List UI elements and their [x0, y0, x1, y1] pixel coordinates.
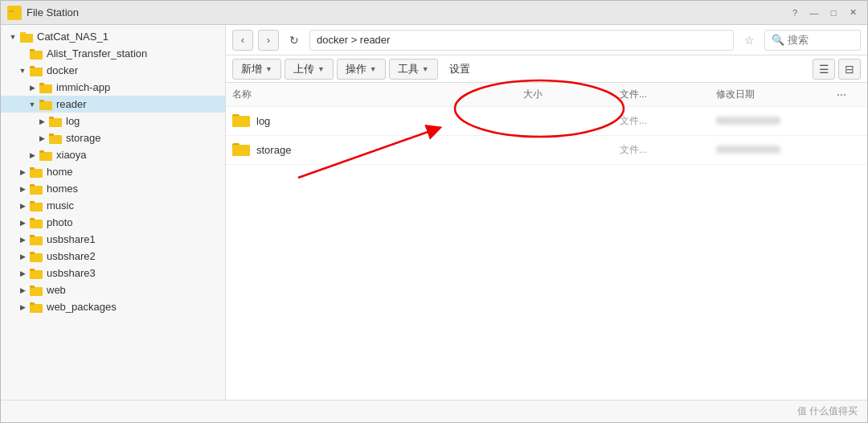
svg-rect-9 [30, 66, 35, 68]
svg-rect-21 [30, 167, 35, 170]
sidebar-arrow-icon: ▶ [27, 82, 38, 93]
settings-button[interactable]: 设置 [441, 59, 478, 80]
svg-rect-27 [30, 218, 35, 220]
list-view-button[interactable]: ☰ [813, 59, 835, 80]
file-folder-icon [232, 113, 250, 129]
upload-button[interactable]: 上传 ▼ [285, 59, 334, 80]
svg-rect-13 [39, 100, 44, 102]
sidebar-item[interactable]: ▶ usbshare1 [1, 231, 225, 248]
sidebar-folder-icon [30, 302, 43, 313]
sidebar-item[interactable]: ▼ reader [1, 96, 225, 113]
sidebar-item[interactable]: ▶ music [1, 197, 225, 214]
favorite-button[interactable]: ☆ [739, 30, 760, 51]
sidebar-item-label: web_packages [47, 301, 225, 313]
file-name-text: log [256, 115, 270, 127]
actions-button[interactable]: 操作 ▼ [337, 59, 386, 80]
svg-rect-22 [30, 186, 43, 195]
sidebar-item[interactable]: ▶ usbshare3 [1, 265, 225, 281]
col-name[interactable]: 名称 [232, 88, 523, 101]
column-view-button[interactable]: ⊟ [838, 59, 861, 80]
bottom-bar: 值 什么值得买 [1, 400, 867, 422]
sidebar-item[interactable]: ▶ usbshare2 [1, 248, 225, 265]
svg-rect-36 [30, 304, 43, 313]
tools-button[interactable]: 工具 ▼ [389, 59, 438, 80]
svg-rect-5 [20, 34, 33, 43]
back-button[interactable]: ‹ [232, 30, 253, 51]
sidebar-arrow-icon: ▼ [27, 99, 38, 110]
sidebar-item-label: reader [56, 98, 225, 110]
minimize-button[interactable]: — [806, 5, 822, 21]
sidebar-item-label: Alist_Transfer_station [47, 47, 225, 60]
sidebar-item[interactable]: ▼ docker [1, 62, 225, 79]
file-modified-cell [716, 116, 837, 127]
sidebar-arrow-icon: ▼ [17, 65, 28, 76]
file-list-area: 名称 大小 文件... 修改日期 ⋯ log文件... storage文件... [226, 83, 867, 400]
sidebar-item[interactable]: ▶ log [1, 113, 225, 129]
forward-button[interactable]: › [258, 30, 279, 51]
svg-rect-10 [39, 84, 52, 93]
root-arrow: ▼ [7, 31, 18, 43]
help-button[interactable]: ? [787, 5, 803, 21]
sidebar-arrow-icon: ▶ [17, 183, 28, 195]
sidebar-item[interactable]: ▶ immich-app [1, 79, 225, 96]
sidebar-item[interactable]: ▶ photo [1, 214, 225, 231]
sidebar-items: Alist_Transfer_station▼ docker▶ immich-a… [1, 45, 225, 315]
col-type[interactable]: 文件... [620, 88, 716, 101]
svg-rect-32 [30, 270, 43, 279]
sidebar-arrow-icon: ▶ [17, 217, 28, 228]
svg-rect-19 [39, 150, 44, 153]
sidebar-folder-icon [49, 116, 62, 127]
sidebar-item-label: web [47, 284, 225, 296]
watermark: 值 什么值得买 [797, 405, 858, 418]
sidebar-item[interactable]: Alist_Transfer_station [1, 45, 225, 62]
table-row[interactable]: storage文件... [226, 136, 867, 165]
svg-rect-6 [30, 51, 43, 60]
sidebar-arrow-icon: ▶ [27, 150, 38, 161]
search-input[interactable] [788, 34, 852, 46]
svg-rect-8 [30, 68, 43, 76]
sidebar-arrow-icon: ▶ [17, 285, 28, 296]
app-icon [7, 6, 22, 20]
sidebar-arrow-icon: ▶ [36, 133, 47, 144]
sidebar-arrow-icon: ▶ [17, 234, 28, 245]
svg-rect-35 [30, 285, 35, 288]
svg-rect-31 [30, 252, 35, 254]
col-more[interactable]: ⋯ [837, 89, 861, 101]
sidebar-arrow-icon: ▶ [17, 200, 28, 212]
sidebar-item[interactable]: ▶ web [1, 281, 225, 298]
sidebar-folder-icon [30, 166, 43, 178]
svg-rect-20 [30, 169, 43, 178]
sidebar-folder-icon [30, 183, 43, 195]
new-button[interactable]: 新增 ▼ [232, 59, 281, 80]
col-size[interactable]: 大小 [523, 88, 620, 101]
svg-rect-12 [39, 101, 52, 110]
sidebar-item[interactable]: ▶ homes [1, 180, 225, 197]
svg-rect-11 [39, 83, 44, 85]
sidebar-item[interactable]: ▶ home [1, 163, 225, 180]
table-row[interactable]: log文件... [226, 107, 867, 136]
breadcrumb-text: docker > reader [317, 34, 390, 46]
maximize-button[interactable]: □ [825, 5, 841, 21]
col-modified[interactable]: 修改日期 [716, 88, 837, 101]
sidebar-folder-icon [39, 82, 52, 93]
refresh-button[interactable]: ↻ [284, 30, 305, 51]
svg-rect-24 [30, 203, 43, 212]
sidebar-item[interactable]: ▶ xiaoya [1, 146, 225, 163]
sidebar-arrow-icon: ▶ [17, 302, 28, 313]
sidebar-item[interactable]: ▶ storage [1, 129, 225, 146]
file-station-window: File Station ? — □ ✕ ▼ CatCat_NAS_1 [0, 0, 868, 423]
file-type-cell: 文件... [620, 114, 716, 128]
svg-rect-17 [49, 133, 54, 136]
sidebar-root[interactable]: ▼ CatCat_NAS_1 [1, 28, 225, 45]
action-toolbar: 新增 ▼ 上传 ▼ 操作 ▼ 工具 ▼ 设置 [226, 55, 867, 83]
sidebar-item[interactable]: ▶ web_packages [1, 298, 225, 315]
svg-rect-26 [30, 220, 43, 228]
svg-rect-30 [30, 253, 43, 262]
window-title: File Station [27, 6, 787, 18]
svg-rect-34 [30, 287, 43, 296]
sidebar-item-label: storage [66, 132, 225, 144]
svg-rect-15 [49, 117, 54, 119]
sidebar-arrow-icon: ▶ [17, 251, 28, 262]
sidebar-folder-icon [39, 150, 52, 161]
close-button[interactable]: ✕ [845, 5, 861, 21]
